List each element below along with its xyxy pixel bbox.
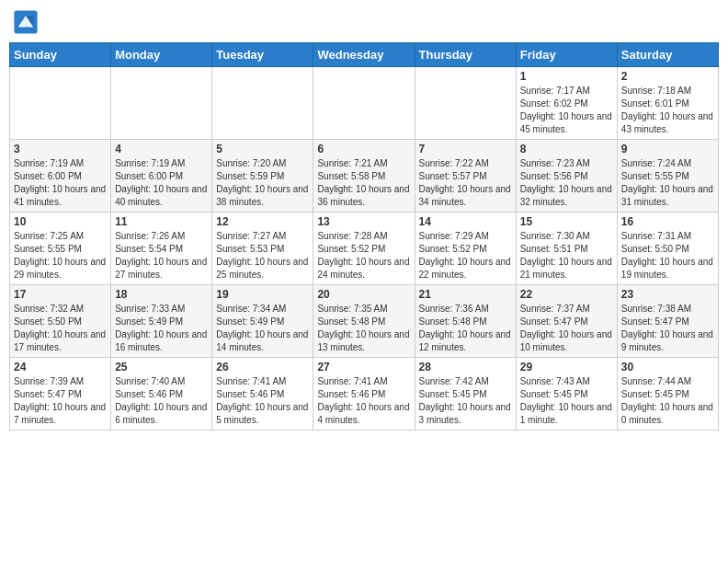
day-number: 4	[115, 143, 208, 155]
day-info: Sunrise: 7:26 AM Sunset: 5:54 PM Dayligh…	[115, 230, 208, 282]
day-cell: 21Sunrise: 7:36 AM Sunset: 5:48 PM Dayli…	[415, 285, 516, 358]
day-info: Sunrise: 7:22 AM Sunset: 5:57 PM Dayligh…	[419, 157, 512, 209]
day-number: 13	[317, 215, 410, 228]
weekday-header-thursday: Thursday	[415, 43, 516, 67]
day-cell: 25Sunrise: 7:40 AM Sunset: 5:46 PM Dayli…	[111, 358, 212, 431]
day-number: 8	[520, 143, 613, 155]
day-info: Sunrise: 7:32 AM Sunset: 5:50 PM Dayligh…	[14, 303, 107, 354]
day-cell	[415, 67, 516, 140]
weekday-header-row: SundayMondayTuesdayWednesdayThursdayFrid…	[10, 43, 719, 67]
day-number: 3	[14, 143, 107, 155]
weekday-header-friday: Friday	[516, 43, 617, 67]
day-number: 23	[621, 288, 714, 301]
week-row-0: 1Sunrise: 7:17 AM Sunset: 6:02 PM Daylig…	[10, 67, 719, 140]
day-number: 21	[419, 288, 512, 301]
day-number: 14	[419, 215, 512, 228]
day-number: 6	[317, 143, 410, 155]
day-number: 27	[317, 361, 410, 373]
day-number: 29	[520, 361, 613, 373]
day-info: Sunrise: 7:31 AM Sunset: 5:50 PM Dayligh…	[621, 230, 714, 282]
day-cell	[313, 67, 415, 140]
weekday-header-saturday: Saturday	[617, 43, 718, 67]
day-number: 18	[115, 288, 208, 301]
day-info: Sunrise: 7:41 AM Sunset: 5:46 PM Dayligh…	[317, 375, 410, 427]
day-cell: 3Sunrise: 7:19 AM Sunset: 6:00 PM Daylig…	[10, 140, 111, 213]
day-cell: 30Sunrise: 7:44 AM Sunset: 5:45 PM Dayli…	[617, 358, 718, 431]
page-header	[9, 9, 719, 35]
day-cell	[10, 67, 111, 140]
day-info: Sunrise: 7:19 AM Sunset: 6:00 PM Dayligh…	[14, 157, 107, 209]
day-info: Sunrise: 7:44 AM Sunset: 5:45 PM Dayligh…	[621, 375, 714, 427]
day-number: 25	[115, 361, 208, 373]
day-info: Sunrise: 7:33 AM Sunset: 5:49 PM Dayligh…	[115, 303, 208, 354]
day-cell: 16Sunrise: 7:31 AM Sunset: 5:50 PM Dayli…	[617, 213, 718, 285]
day-number: 11	[115, 215, 208, 228]
day-cell: 15Sunrise: 7:30 AM Sunset: 5:51 PM Dayli…	[516, 213, 617, 285]
day-info: Sunrise: 7:35 AM Sunset: 5:48 PM Dayligh…	[317, 303, 410, 354]
day-info: Sunrise: 7:17 AM Sunset: 6:02 PM Dayligh…	[520, 85, 613, 136]
day-number: 16	[621, 215, 714, 228]
day-info: Sunrise: 7:27 AM Sunset: 5:53 PM Dayligh…	[216, 230, 309, 282]
day-info: Sunrise: 7:20 AM Sunset: 5:59 PM Dayligh…	[216, 157, 309, 209]
day-number: 26	[216, 361, 309, 373]
day-number: 7	[419, 143, 512, 155]
weekday-header-sunday: Sunday	[10, 43, 111, 67]
day-info: Sunrise: 7:43 AM Sunset: 5:45 PM Dayligh…	[520, 375, 613, 427]
day-cell: 23Sunrise: 7:38 AM Sunset: 5:47 PM Dayli…	[617, 285, 718, 358]
day-number: 10	[14, 215, 107, 228]
day-cell: 1Sunrise: 7:17 AM Sunset: 6:02 PM Daylig…	[516, 67, 617, 140]
day-number: 28	[419, 361, 512, 373]
day-cell	[111, 67, 212, 140]
day-cell: 19Sunrise: 7:34 AM Sunset: 5:49 PM Dayli…	[212, 285, 313, 358]
week-row-3: 17Sunrise: 7:32 AM Sunset: 5:50 PM Dayli…	[10, 285, 719, 358]
day-number: 9	[621, 143, 714, 155]
day-number: 22	[520, 288, 613, 301]
day-number: 15	[520, 215, 613, 228]
day-cell: 27Sunrise: 7:41 AM Sunset: 5:46 PM Dayli…	[313, 358, 415, 431]
day-cell: 20Sunrise: 7:35 AM Sunset: 5:48 PM Dayli…	[313, 285, 415, 358]
day-cell: 28Sunrise: 7:42 AM Sunset: 5:45 PM Dayli…	[415, 358, 516, 431]
day-info: Sunrise: 7:23 AM Sunset: 5:56 PM Dayligh…	[520, 157, 613, 209]
weekday-header-tuesday: Tuesday	[212, 43, 313, 67]
day-info: Sunrise: 7:19 AM Sunset: 6:00 PM Dayligh…	[115, 157, 208, 209]
day-cell: 10Sunrise: 7:25 AM Sunset: 5:55 PM Dayli…	[10, 213, 111, 285]
week-row-4: 24Sunrise: 7:39 AM Sunset: 5:47 PM Dayli…	[10, 358, 719, 431]
day-number: 19	[216, 288, 309, 301]
day-cell: 9Sunrise: 7:24 AM Sunset: 5:55 PM Daylig…	[617, 140, 718, 213]
day-info: Sunrise: 7:25 AM Sunset: 5:55 PM Dayligh…	[14, 230, 107, 282]
day-number: 5	[216, 143, 309, 155]
day-cell: 24Sunrise: 7:39 AM Sunset: 5:47 PM Dayli…	[10, 358, 111, 431]
day-info: Sunrise: 7:30 AM Sunset: 5:51 PM Dayligh…	[520, 230, 613, 282]
day-number: 24	[14, 361, 107, 373]
day-info: Sunrise: 7:34 AM Sunset: 5:49 PM Dayligh…	[216, 303, 309, 354]
day-number: 12	[216, 215, 309, 228]
day-info: Sunrise: 7:37 AM Sunset: 5:47 PM Dayligh…	[520, 303, 613, 354]
day-cell: 29Sunrise: 7:43 AM Sunset: 5:45 PM Dayli…	[516, 358, 617, 431]
day-info: Sunrise: 7:18 AM Sunset: 6:01 PM Dayligh…	[621, 85, 714, 136]
day-info: Sunrise: 7:38 AM Sunset: 5:47 PM Dayligh…	[621, 303, 714, 354]
day-cell: 4Sunrise: 7:19 AM Sunset: 6:00 PM Daylig…	[111, 140, 212, 213]
logo-icon	[13, 9, 39, 35]
weekday-header-monday: Monday	[111, 43, 212, 67]
day-cell: 7Sunrise: 7:22 AM Sunset: 5:57 PM Daylig…	[415, 140, 516, 213]
day-info: Sunrise: 7:36 AM Sunset: 5:48 PM Dayligh…	[419, 303, 512, 354]
logo	[13, 9, 42, 35]
day-cell	[212, 67, 313, 140]
day-cell: 13Sunrise: 7:28 AM Sunset: 5:52 PM Dayli…	[313, 213, 415, 285]
day-number: 2	[621, 70, 714, 83]
day-cell: 26Sunrise: 7:41 AM Sunset: 5:46 PM Dayli…	[212, 358, 313, 431]
day-cell: 5Sunrise: 7:20 AM Sunset: 5:59 PM Daylig…	[212, 140, 313, 213]
day-cell: 6Sunrise: 7:21 AM Sunset: 5:58 PM Daylig…	[313, 140, 415, 213]
day-cell: 11Sunrise: 7:26 AM Sunset: 5:54 PM Dayli…	[111, 213, 212, 285]
day-number: 20	[317, 288, 410, 301]
day-info: Sunrise: 7:39 AM Sunset: 5:47 PM Dayligh…	[14, 375, 107, 427]
day-info: Sunrise: 7:42 AM Sunset: 5:45 PM Dayligh…	[419, 375, 512, 427]
day-cell: 2Sunrise: 7:18 AM Sunset: 6:01 PM Daylig…	[617, 67, 718, 140]
day-info: Sunrise: 7:24 AM Sunset: 5:55 PM Dayligh…	[621, 157, 714, 209]
day-cell: 14Sunrise: 7:29 AM Sunset: 5:52 PM Dayli…	[415, 213, 516, 285]
week-row-1: 3Sunrise: 7:19 AM Sunset: 6:00 PM Daylig…	[10, 140, 719, 213]
day-info: Sunrise: 7:28 AM Sunset: 5:52 PM Dayligh…	[317, 230, 410, 282]
day-cell: 17Sunrise: 7:32 AM Sunset: 5:50 PM Dayli…	[10, 285, 111, 358]
day-cell: 12Sunrise: 7:27 AM Sunset: 5:53 PM Dayli…	[212, 213, 313, 285]
day-info: Sunrise: 7:21 AM Sunset: 5:58 PM Dayligh…	[317, 157, 410, 209]
